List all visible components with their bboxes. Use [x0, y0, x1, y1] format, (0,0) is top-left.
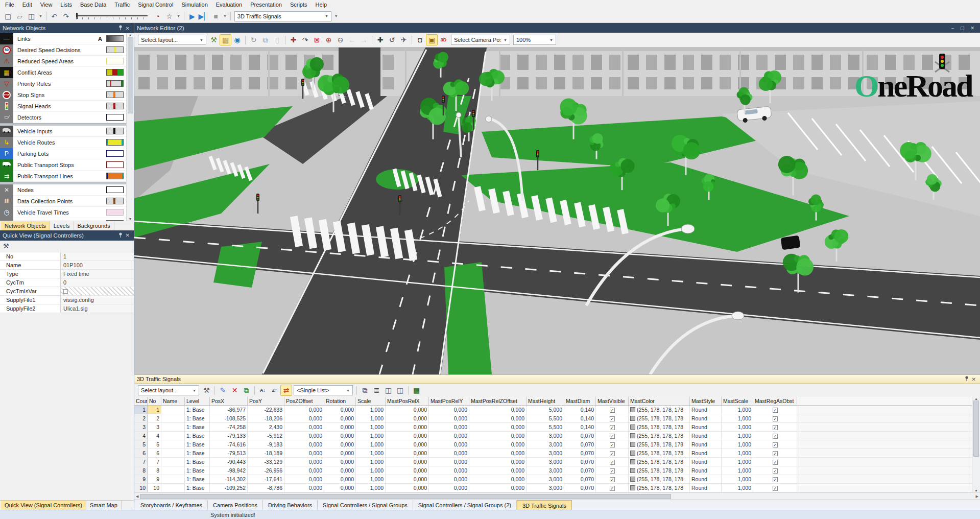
- table-row[interactable]: 221: Base-108,525-18,2060,0000,0001,0000…: [134, 414, 972, 423]
- cell-mastregasobst[interactable]: ✓: [753, 432, 797, 440]
- cell-mastregasobst[interactable]: ✓: [753, 440, 797, 449]
- row-header[interactable]: 9: [134, 475, 148, 483]
- cell-mastheight[interactable]: 3,000: [527, 475, 564, 483]
- checkbox[interactable]: ✓: [773, 451, 778, 456]
- cell-rotation[interactable]: 0,000: [324, 423, 356, 431]
- cell-rotation[interactable]: 0,000: [324, 406, 356, 414]
- color-swatch[interactable]: [630, 459, 635, 464]
- cell-posy[interactable]: -18,206: [248, 414, 284, 422]
- color-swatch[interactable]: [630, 477, 635, 482]
- stop-icon[interactable]: ■: [210, 11, 222, 22]
- cell-mastvisible[interactable]: ✓: [596, 406, 629, 414]
- cell-scale[interactable]: 1,000: [356, 406, 386, 414]
- color-swatch[interactable]: [106, 186, 124, 193]
- cell-posy[interactable]: -5,912: [248, 432, 284, 440]
- cell-name[interactable]: [161, 440, 185, 449]
- flight-mode-icon[interactable]: ✈: [398, 34, 410, 45]
- previous-view-icon[interactable]: ←: [346, 34, 358, 45]
- mode-3d-icon[interactable]: ▣: [426, 34, 438, 45]
- tab-levels[interactable]: Levels: [50, 221, 74, 230]
- redo-icon[interactable]: ↷: [60, 11, 72, 22]
- cell-rotation[interactable]: 0,000: [324, 449, 356, 457]
- open-file-icon[interactable]: ▱: [14, 11, 26, 22]
- cell-mastposrely[interactable]: 0,000: [429, 406, 469, 414]
- cell-name[interactable]: [161, 466, 185, 475]
- cell-mastposrelx[interactable]: 0,000: [386, 432, 429, 440]
- cell-name[interactable]: [161, 458, 185, 466]
- table-row[interactable]: 771: Base-90,443-33,1290,0000,0001,0000,…: [134, 458, 972, 466]
- tab-backgrounds[interactable]: Backgrounds: [74, 221, 114, 230]
- cell-mastvisible[interactable]: ✓: [596, 449, 629, 457]
- cell-no[interactable]: 4: [148, 432, 161, 440]
- field-value[interactable]: vissig.config: [60, 296, 134, 304]
- sort-ascending-icon[interactable]: A↓: [257, 385, 269, 396]
- cell-mastregasobst[interactable]: ✓: [753, 466, 797, 475]
- color-swatch[interactable]: [106, 198, 124, 204]
- cell-mastposrelx[interactable]: 0,000: [386, 475, 429, 483]
- cell-mastvisible[interactable]: ✓: [596, 423, 629, 431]
- delete-icon[interactable]: ✕: [229, 385, 241, 396]
- color-swatch[interactable]: [106, 46, 124, 53]
- cell-scale[interactable]: 1,000: [356, 466, 386, 475]
- cell-no[interactable]: 1: [148, 406, 161, 414]
- column-header-posx[interactable]: PosX: [210, 397, 248, 405]
- close-icon[interactable]: ✕: [967, 26, 977, 31]
- cell-posy[interactable]: -33,129: [248, 458, 284, 466]
- color-swatch[interactable]: [106, 173, 124, 179]
- menu-scripts[interactable]: Scripts: [286, 1, 312, 9]
- list-mode-combo[interactable]: <Single List>▼: [294, 385, 353, 395]
- column-header-mastposrelx[interactable]: MastPosRelX: [386, 397, 429, 405]
- close-icon[interactable]: ✕: [124, 26, 131, 31]
- cell-mastscale[interactable]: 1,000: [722, 423, 753, 431]
- cell-level[interactable]: 1: Base: [185, 466, 210, 475]
- cell-poszoffset[interactable]: 0,000: [284, 432, 324, 440]
- cell-mastposrely[interactable]: 0,000: [429, 440, 469, 449]
- copy-list-icon[interactable]: ⧉: [359, 385, 371, 396]
- chevron-down-icon[interactable]: ▼: [193, 389, 196, 392]
- zoom-level-combo[interactable]: 100%▼: [513, 35, 556, 45]
- checkbox[interactable]: ✓: [610, 425, 615, 430]
- field-value[interactable]: 1: [60, 252, 134, 261]
- checkbox[interactable]: ✓: [773, 434, 778, 439]
- cell-poszoffset[interactable]: 0,000: [284, 449, 324, 457]
- network-object-detectors[interactable]: ▭∕Detectors: [0, 112, 126, 123]
- orbit-icon[interactable]: ↺: [386, 34, 398, 45]
- chevron-down-icon[interactable]: ▼: [325, 14, 328, 18]
- cell-mastheight[interactable]: 3,000: [527, 484, 564, 492]
- cell-mastdiam[interactable]: 0,070: [564, 449, 596, 457]
- chevron-down-icon[interactable]: ▼: [549, 38, 553, 42]
- cell-no[interactable]: 5: [148, 440, 161, 449]
- cell-rotation[interactable]: 0,000: [324, 414, 356, 422]
- simulation-speed-slider[interactable]: [76, 12, 148, 21]
- cell-posx[interactable]: -86,977: [210, 406, 248, 414]
- menu-edit[interactable]: Edit: [18, 1, 36, 9]
- cell-name[interactable]: [161, 449, 185, 457]
- scroll-thumb[interactable]: [128, 37, 133, 113]
- network-object-signal-heads[interactable]: Signal Heads: [0, 101, 126, 112]
- column-header-posy[interactable]: PosY: [248, 397, 284, 405]
- sync-selection-icon[interactable]: ⇄: [280, 385, 292, 396]
- network-object-links[interactable]: ‒‒LinksA: [0, 33, 126, 44]
- scroll-up-icon[interactable]: ▲: [129, 33, 132, 37]
- cell-maststyle[interactable]: Round: [690, 466, 722, 475]
- color-swatch[interactable]: [630, 485, 635, 490]
- cell-level[interactable]: 1: Base: [185, 484, 210, 492]
- cell-level[interactable]: 1: Base: [185, 475, 210, 483]
- checkbox[interactable]: ✓: [610, 416, 615, 421]
- checkbox[interactable]: ✓: [773, 442, 778, 447]
- cell-mastscale[interactable]: 1,000: [722, 440, 753, 449]
- color-swatch[interactable]: [106, 161, 124, 168]
- network-object-parking-lots[interactable]: PParking Lots: [0, 148, 126, 159]
- pin-icon[interactable]: [963, 376, 970, 382]
- cell-mastposrely[interactable]: 0,000: [429, 414, 469, 422]
- cell-maststyle[interactable]: Round: [690, 484, 722, 492]
- cell-mastposrely[interactable]: 0,000: [429, 475, 469, 483]
- menu-simulation[interactable]: Simulation: [177, 1, 211, 9]
- cell-poszoffset[interactable]: 0,000: [284, 484, 324, 492]
- cell-rotation[interactable]: 0,000: [324, 440, 356, 449]
- checkbox[interactable]: ✓: [610, 451, 615, 456]
- cell-mastposrelx[interactable]: 0,000: [386, 406, 429, 414]
- menu-presentation[interactable]: Presentation: [246, 1, 286, 9]
- menu-base-data[interactable]: Base Data: [76, 1, 110, 9]
- column-header-coun[interactable]: Coun: [134, 397, 148, 405]
